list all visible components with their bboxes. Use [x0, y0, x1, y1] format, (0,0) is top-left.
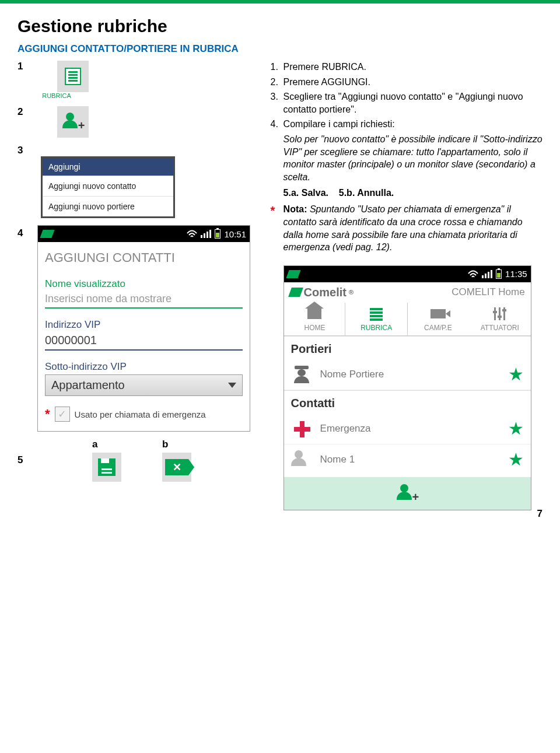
person-icon	[291, 449, 312, 470]
battery-icon	[496, 269, 502, 279]
instruction-1: 1.Premere RUBRICA.	[271, 61, 542, 73]
signal-icon	[201, 230, 211, 238]
chevron-down-icon	[228, 383, 236, 388]
emergency-checkbox-label: Usato per chiamata di emergenza	[75, 409, 206, 419]
marker-a: a	[92, 439, 121, 450]
favorite-star-icon[interactable]: ★	[508, 418, 524, 439]
wifi-icon	[187, 230, 197, 238]
add-contact-tile[interactable]: +	[57, 106, 89, 138]
add-contact-button[interactable]: +	[397, 483, 418, 504]
instruction-4-note: Solo per "nuovo contatto" è possibile in…	[271, 133, 542, 183]
contact-emergenza[interactable]: Emergenza ★	[284, 414, 531, 444]
status-bar: 10:51	[38, 226, 250, 242]
rubrica-label: RUBRICA	[41, 92, 72, 99]
favorite-star-icon[interactable]: ★	[508, 449, 524, 470]
section-portieri: Portieri	[284, 336, 531, 359]
instruction-4: 4.Compilare i campi richiesti:	[271, 118, 542, 131]
contact-portiere[interactable]: Nome Portiere ★	[284, 359, 531, 390]
rubrica-tile[interactable]	[57, 61, 89, 92]
sliders-icon	[493, 307, 507, 320]
list-icon	[370, 307, 383, 321]
cancel-icon: ✕	[165, 459, 188, 475]
tab-rubrica[interactable]: RUBRICA	[345, 303, 407, 335]
step-1: 1 RUBRICA	[18, 61, 259, 99]
menu-header: Aggiungi	[43, 158, 173, 176]
camera-icon	[430, 309, 446, 318]
rubrica-list-screen: 11:35 Comelit® COMELIT Home HOME	[284, 265, 531, 510]
address-label: Indirizzo VIP	[45, 319, 243, 331]
asterisk-marker: *	[45, 407, 50, 422]
form-title: AGGIUNGI CONTATTI	[45, 250, 243, 265]
bottom-action-bar: +	[284, 477, 531, 510]
step-5: 5 a b ✕	[18, 439, 259, 482]
person-add-icon: +	[62, 111, 83, 132]
marker-b: b	[162, 439, 191, 450]
menu-add-contact[interactable]: Aggiungi nuovo contatto	[43, 176, 173, 196]
battery-icon	[215, 229, 220, 239]
add-contact-screen: 10:51 AGGIUNGI CONTATTI Nome visualizzat…	[37, 225, 250, 432]
cancel-button[interactable]: ✕	[162, 453, 191, 482]
save-button[interactable]	[92, 453, 121, 482]
save-icon	[98, 458, 116, 476]
home-icon	[307, 309, 321, 319]
page-number: 7	[537, 508, 542, 520]
marker-4: 4	[18, 227, 32, 239]
step-2: 2 +	[18, 106, 259, 138]
status-bar-2: 11:35	[284, 266, 531, 282]
list-icon	[65, 68, 81, 85]
name-label: Nome visualizzato	[45, 278, 243, 290]
note: * Nota: Spuntando "Usato per chiamata di…	[271, 203, 542, 253]
tab-actuators[interactable]: ATTUATORI	[469, 303, 531, 335]
marker-1: 1	[18, 61, 32, 72]
step-4: 4 10:51 AGGIUNGI CONTATTI Nome visualizz…	[18, 225, 259, 432]
comelit-status-icon	[286, 270, 300, 278]
instruction-3: 3.Scegliere tra "Aggiungi nuovo contatto…	[271, 90, 542, 115]
brand-logo: Comelit®	[290, 286, 354, 299]
name-input[interactable]: Inserisci nome da mostrare	[45, 292, 243, 309]
step-3: 3 Aggiungi Aggiungi nuovo contatto Aggiu…	[18, 145, 259, 218]
clock: 10:51	[224, 229, 246, 239]
address-input[interactable]: 00000001	[45, 332, 243, 351]
instruction-2: 2.Premere AGGIUNGI.	[271, 76, 542, 89]
dropdown-value: Appartamento	[51, 379, 125, 392]
page-subtitle: AGGIUNGI CONTATTO/PORTIERE IN RUBRICA	[18, 43, 542, 55]
clock: 11:35	[505, 269, 527, 279]
comelit-logo-icon	[288, 288, 303, 297]
tab-cam[interactable]: CAM/P.E	[407, 303, 469, 335]
porter-icon	[293, 366, 310, 383]
contact-nome1[interactable]: Nome 1 ★	[284, 444, 531, 475]
comelit-status-icon	[40, 230, 54, 238]
signal-icon	[482, 270, 492, 278]
marker-3: 3	[18, 145, 32, 156]
app-name: COMELIT Home	[452, 286, 524, 298]
favorite-star-icon[interactable]: ★	[508, 364, 524, 384]
marker-2: 2	[18, 106, 32, 118]
marker-5: 5	[18, 454, 32, 466]
menu-add-porter[interactable]: Aggiungi nuovo portiere	[43, 196, 173, 216]
subaddress-dropdown[interactable]: Appartamento	[45, 374, 243, 396]
tab-bar: HOME RUBRICA CAM/P.E ATTUATORI	[284, 303, 531, 336]
emergency-checkbox[interactable]: ✓	[55, 407, 70, 422]
instruction-5: 5.a. Salva. 5.b. Annulla.	[271, 188, 542, 198]
emergency-cross-icon	[293, 420, 310, 437]
wifi-icon	[468, 270, 478, 278]
add-menu: Aggiungi Aggiungi nuovo contatto Aggiung…	[41, 156, 175, 218]
subaddress-label: Sotto-indirizzo VIP	[45, 361, 243, 373]
tab-home[interactable]: HOME	[284, 303, 346, 335]
section-contatti: Contatti	[284, 390, 531, 414]
page-title: Gestione rubriche	[18, 16, 542, 36]
